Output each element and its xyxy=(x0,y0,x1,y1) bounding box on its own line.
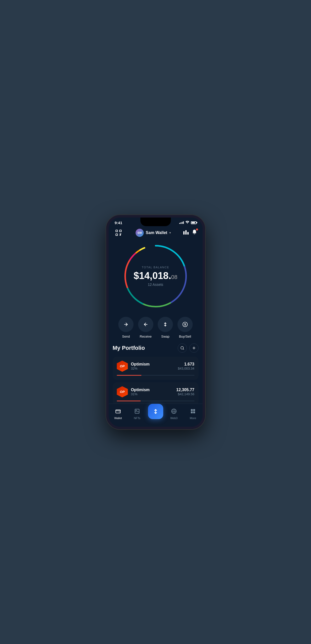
svg-rect-38 xyxy=(193,411,195,413)
nav-nfts[interactable]: NFTs xyxy=(128,408,147,420)
svg-point-30 xyxy=(136,410,137,411)
bottom-nav: Wallet NFTs xyxy=(109,404,203,427)
svg-line-24 xyxy=(183,349,184,350)
asset-pct-1: 32% xyxy=(131,367,175,370)
asset-bar-bg-2 xyxy=(117,401,194,401)
svg-rect-36 xyxy=(193,409,195,411)
asset-pct-2: 31% xyxy=(131,392,173,396)
svg-rect-9 xyxy=(187,232,189,235)
portfolio-actions xyxy=(178,343,199,353)
svg-rect-27 xyxy=(116,410,120,413)
wallet-name-label: Sam Wallet xyxy=(146,230,167,235)
wallet-nav-icon xyxy=(115,408,121,416)
asset-usd-1: $43,003.34 xyxy=(178,367,194,370)
asset-bar-bg-1 xyxy=(117,375,194,376)
asset-info-1: Optimism 32% xyxy=(131,362,175,370)
nav-more[interactable]: More xyxy=(184,408,203,420)
nav-web3[interactable]: Web3 xyxy=(165,408,184,420)
asset-card[interactable]: OP Optimism 32% 1.673 $43,003.34 xyxy=(113,357,199,380)
receive-button[interactable]: Receive xyxy=(138,317,153,338)
swap-icon-circle xyxy=(158,317,173,332)
send-icon-circle xyxy=(118,317,134,332)
svg-point-28 xyxy=(119,411,120,412)
asset-row: OP Optimism 32% 1.673 $43,003.34 xyxy=(117,361,194,372)
header: SW Sam Wallet ▾ xyxy=(109,226,203,241)
nav-more-label: More xyxy=(190,417,196,420)
svg-rect-8 xyxy=(185,230,187,235)
portfolio-section: My Portfolio xyxy=(109,343,203,404)
wallet-selector[interactable]: SW Sam Wallet ▾ xyxy=(136,229,171,237)
send-label: Send xyxy=(122,335,130,338)
svg-point-0 xyxy=(187,223,188,224)
balance-section: TOTAL BALANCE $14,018.08 12 Assets xyxy=(109,241,203,314)
balance-label: TOTAL BALANCE xyxy=(134,266,177,269)
asset-logo-op1: OP xyxy=(117,361,128,372)
bell-icon xyxy=(192,230,197,236)
bell-wrapper[interactable] xyxy=(192,229,197,236)
asset-logo-op2: OP xyxy=(117,386,128,398)
asset-values-2: 12,305.77 $42,149.56 xyxy=(176,388,194,396)
svg-rect-3 xyxy=(116,234,118,236)
asset-amount-1: 1.673 xyxy=(178,362,194,367)
asset-usd-2: $42,149.56 xyxy=(176,392,194,396)
nav-nfts-label: NFTs xyxy=(134,417,140,420)
header-right xyxy=(183,229,197,236)
asset-info-2: Optimism 31% xyxy=(131,388,173,396)
svg-rect-2 xyxy=(120,230,121,232)
asset-values-1: 1.673 $43,003.34 xyxy=(178,362,194,370)
swap-label: Swap xyxy=(161,335,170,338)
scan-icon[interactable] xyxy=(114,228,123,238)
asset-name-1: Optimism xyxy=(131,362,175,367)
send-button[interactable]: Send xyxy=(118,317,134,338)
svg-text:$: $ xyxy=(184,323,186,326)
balance-circle: TOTAL BALANCE $14,018.08 12 Assets xyxy=(123,243,189,309)
portfolio-header: My Portfolio xyxy=(113,343,199,353)
balance-main: $14,018. xyxy=(134,270,171,281)
nav-wallet[interactable]: Wallet xyxy=(109,408,128,420)
avatar: SW xyxy=(136,229,144,237)
nav-center-button[interactable] xyxy=(148,404,163,419)
more-nav-icon xyxy=(190,408,196,416)
svg-rect-6 xyxy=(120,235,121,236)
web3-nav-icon xyxy=(171,408,177,416)
notch xyxy=(140,218,171,226)
buysell-label: Buy/Sell xyxy=(179,335,191,338)
chevron-down-icon: ▾ xyxy=(169,231,171,235)
receive-label: Receive xyxy=(140,335,152,338)
balance-cents: 08 xyxy=(171,274,177,280)
svg-rect-1 xyxy=(116,230,118,232)
buysell-icon-circle: $ xyxy=(177,317,193,332)
svg-rect-7 xyxy=(183,231,185,235)
svg-rect-35 xyxy=(191,409,193,411)
nav-web3-label: Web3 xyxy=(170,417,178,420)
signal-icon xyxy=(179,221,184,224)
search-button[interactable] xyxy=(178,343,187,353)
asset-amount-2: 12,305.77 xyxy=(176,388,194,392)
status-icons xyxy=(179,221,197,225)
asset-bar-fill-2 xyxy=(117,401,141,401)
phone-frame: 9:41 xyxy=(106,215,205,429)
phone-screen: 9:41 xyxy=(109,218,203,427)
wifi-icon xyxy=(185,221,189,225)
notification-badge xyxy=(196,228,198,231)
nfts-nav-icon xyxy=(134,408,140,416)
asset-name-2: Optimism xyxy=(131,388,173,392)
balance-info: TOTAL BALANCE $14,018.08 12 Assets xyxy=(134,266,177,287)
swap-button[interactable]: Swap xyxy=(158,317,173,338)
action-buttons: Send Receive xyxy=(109,314,203,343)
balance-assets-count: 12 Assets xyxy=(134,283,177,287)
chart-icon[interactable] xyxy=(183,229,189,236)
asset-card-2[interactable]: OP Optimism 31% 12,305.77 $42,149.56 xyxy=(113,382,199,404)
receive-icon-circle xyxy=(138,317,153,332)
nav-wallet-label: Wallet xyxy=(114,417,122,420)
buysell-button[interactable]: $ Buy/Sell xyxy=(177,317,193,338)
asset-bar-fill-1 xyxy=(117,375,142,376)
battery-icon xyxy=(191,221,197,224)
balance-amount: $14,018.08 xyxy=(134,271,177,280)
asset-row-2: OP Optimism 31% 12,305.77 $42,149.56 xyxy=(117,386,194,398)
nav-center-item xyxy=(147,406,165,422)
portfolio-title: My Portfolio xyxy=(113,345,145,351)
add-asset-button[interactable] xyxy=(189,343,199,353)
status-time: 9:41 xyxy=(115,221,122,225)
svg-rect-37 xyxy=(191,411,193,413)
